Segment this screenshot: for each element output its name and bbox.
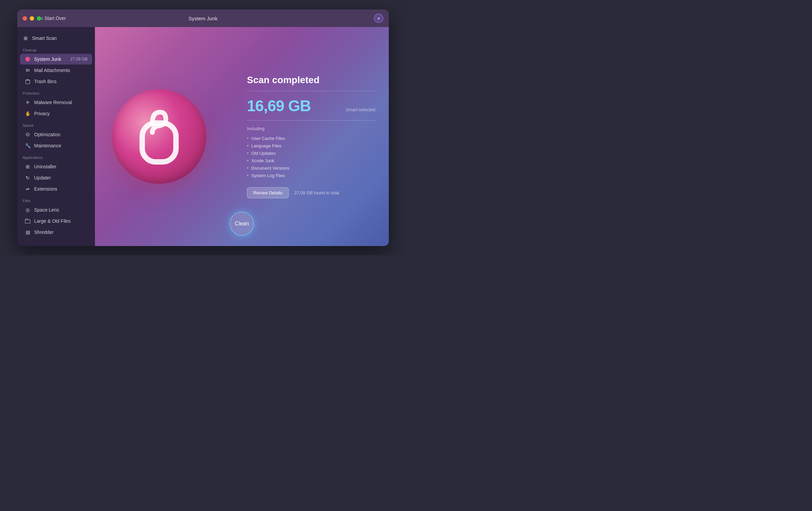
maintenance-label: Maintenance — [34, 143, 61, 148]
file-item-2: Language Files — [251, 143, 281, 148]
sidebar-item-smart-scan[interactable]: ⊞ Smart Scan — [17, 32, 95, 44]
optimization-label: Optimization — [34, 132, 60, 137]
space-lens-label: Space Lens — [34, 207, 59, 213]
mail-attachments-label: Mail Attachments — [34, 68, 70, 73]
file-item-1: User Cache Files — [251, 136, 285, 141]
system-junk-badge: 27,09 GB — [70, 57, 87, 62]
info-panel: Scan completed 16,69 GB Smart-selected I… — [247, 75, 375, 198]
sidebar-item-space-lens[interactable]: ◎ Space Lens — [20, 204, 92, 215]
avatar[interactable]: ● — [374, 14, 383, 23]
privacy-icon: ✋ — [25, 111, 31, 117]
mail-icon: ✉ — [25, 67, 31, 73]
file-list: User Cache Files Language Files Old Upda… — [247, 135, 375, 179]
large-files-icon — [25, 218, 31, 224]
sidebar-item-malware-removal[interactable]: ✳ Malware Removal — [20, 97, 92, 108]
sidebar-item-system-junk[interactable]: System Junk 27,09 GB — [20, 54, 92, 65]
svg-rect-3 — [142, 123, 176, 162]
list-item: Xcode Junk — [247, 157, 375, 164]
sidebar-item-privacy[interactable]: ✋ Privacy — [20, 108, 92, 119]
list-item: Document Versions — [247, 164, 375, 172]
trash-icon — [25, 78, 31, 84]
list-item: Language Files — [247, 142, 375, 149]
system-junk-icon — [25, 56, 31, 62]
minimize-button[interactable] — [30, 16, 34, 21]
bottom-row: Review Details 27,09 GB found in total — [247, 187, 375, 198]
close-button[interactable] — [23, 16, 27, 21]
chevron-left-icon: ‹ — [41, 15, 43, 21]
review-details-button[interactable]: Review Details — [247, 187, 289, 198]
app-icon — [112, 89, 206, 184]
sidebar-item-optimization[interactable]: Optimization — [20, 129, 92, 140]
system-junk-label: System Junk — [34, 56, 61, 62]
maximize-button[interactable] — [37, 16, 41, 21]
section-label-speed: Speed — [17, 119, 95, 129]
sidebar-item-large-old-files[interactable]: Large & Old Files — [20, 216, 92, 226]
content-area: Scan completed 16,69 GB Smart-selected I… — [95, 27, 389, 246]
list-item: System Log Files — [247, 172, 375, 179]
smart-selected-label: Smart-selected — [346, 107, 375, 112]
sidebar-item-shredder[interactable]: ▤ Shredder — [20, 227, 92, 238]
space-lens-icon: ◎ — [25, 207, 31, 213]
back-button-label: Start Over — [44, 16, 66, 21]
traffic-lights — [23, 16, 41, 21]
extensions-icon: ⇌ — [25, 186, 31, 192]
section-label-applications: Applications — [17, 151, 95, 161]
sidebar-item-uninstaller[interactable]: ⊞ Uninstaller — [20, 161, 92, 172]
found-total-label: 27,09 GB found in total — [294, 190, 339, 195]
scan-completed-title: Scan completed — [247, 75, 375, 86]
file-item-6: System Log Files — [251, 173, 285, 178]
smart-scan-label: Smart Scan — [32, 35, 57, 41]
section-label-cleanup: Cleanup — [17, 44, 95, 53]
main-window: ‹ Start Over System Junk ● ⊞ Smart Scan … — [17, 9, 389, 246]
shredder-label: Shredder — [34, 229, 54, 235]
extensions-label: Extensions — [34, 186, 57, 192]
file-item-4: Xcode Junk — [251, 158, 274, 163]
including-label: Including — [247, 126, 375, 131]
sidebar-item-maintenance[interactable]: 🔧 Maintenance — [20, 140, 92, 151]
titlebar-title: System Junk — [188, 16, 218, 21]
sidebar-item-mail-attachments[interactable]: ✉ Mail Attachments — [20, 65, 92, 76]
smart-scan-icon: ⊞ — [23, 35, 29, 41]
section-label-files: Files — [17, 195, 95, 204]
uninstaller-icon: ⊞ — [25, 164, 31, 170]
section-label-protection: Protection — [17, 87, 95, 97]
list-item: User Cache Files — [247, 135, 375, 142]
svg-point-0 — [25, 57, 30, 62]
uninstaller-label: Uninstaller — [34, 164, 56, 169]
sphere-graphic — [112, 89, 206, 184]
clean-button-container: Clean — [230, 212, 254, 236]
updater-label: Updater — [34, 175, 51, 180]
list-item: Old Updates — [247, 149, 375, 157]
svg-rect-1 — [26, 80, 30, 84]
trash-bins-label: Trash Bins — [34, 79, 56, 84]
size-value: 16,69 GB — [247, 97, 311, 115]
file-item-3: Old Updates — [251, 151, 276, 156]
clean-button[interactable]: Clean — [230, 212, 254, 236]
large-old-files-label: Large & Old Files — [34, 218, 71, 224]
updater-icon: ↻ — [25, 175, 31, 181]
divider-2 — [247, 120, 375, 121]
sphere-logo — [125, 103, 193, 170]
malware-removal-label: Malware Removal — [34, 100, 72, 105]
divider-1 — [247, 91, 375, 91]
titlebar: ‹ Start Over System Junk ● — [17, 9, 389, 27]
svg-rect-2 — [25, 220, 30, 223]
main-layout: ⊞ Smart Scan Cleanup System Junk 27,09 G… — [17, 27, 389, 246]
sidebar-item-updater[interactable]: ↻ Updater — [20, 172, 92, 183]
sidebar: ⊞ Smart Scan Cleanup System Junk 27,09 G… — [17, 27, 95, 246]
maintenance-icon: 🔧 — [25, 143, 31, 149]
avatar-icon: ● — [377, 16, 380, 21]
optimization-icon — [25, 131, 31, 138]
malware-icon: ✳ — [25, 99, 31, 105]
shredder-icon: ▤ — [25, 229, 31, 235]
back-button[interactable]: ‹ Start Over — [41, 15, 66, 21]
sidebar-item-extensions[interactable]: ⇌ Extensions — [20, 184, 92, 194]
file-item-5: Document Versions — [251, 166, 289, 171]
privacy-label: Privacy — [34, 111, 50, 116]
sidebar-item-trash-bins[interactable]: Trash Bins — [20, 76, 92, 87]
size-row: 16,69 GB Smart-selected — [247, 97, 375, 115]
